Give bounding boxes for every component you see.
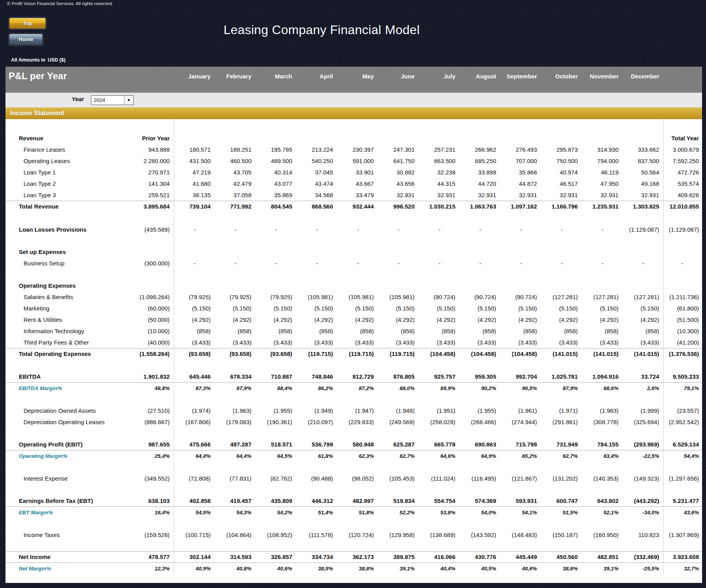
cell-month-value — [500, 212, 541, 224]
chevron-down-icon[interactable]: ▼ — [124, 96, 133, 105]
cell-month-value: (105.981) — [296, 291, 337, 303]
cell-month-value — [378, 518, 419, 529]
cell-month-value: (325.694) — [622, 416, 663, 428]
cell-total-year: 3.000.679 — [663, 144, 702, 155]
cell-month-value — [174, 235, 215, 246]
cell-month-value: (105.981) — [337, 291, 378, 303]
cell-month-value — [582, 246, 622, 258]
cell-month-value: 731.949 — [541, 439, 582, 450]
cell-month-value: (1.974) — [174, 405, 215, 416]
cell-month-value: (5.150) — [622, 303, 663, 314]
cell-month-value: (858) — [459, 325, 500, 337]
cell-month-value: 54,3% — [215, 506, 255, 518]
cell-month-value: (120.724) — [337, 529, 378, 541]
cell-month-value: (5.150) — [174, 303, 215, 314]
cell-month-value: 40,8% — [215, 563, 255, 574]
cell-month-value: 88,4% — [255, 382, 296, 394]
cell-total-year: Total Year — [663, 132, 702, 144]
cell-total-year: 7.592.250 — [663, 155, 702, 167]
spacer-row — [5, 359, 702, 371]
cell-month-value — [215, 119, 255, 132]
cell-month-value: (119.715) — [378, 348, 419, 359]
row-label: Operating Margin% — [5, 450, 102, 462]
table-row: Depreciation Operating Leases(886.667)(1… — [5, 416, 702, 428]
amounts-label: All Amounts in — [11, 57, 45, 63]
amounts-note: All Amounts inUSD ($) — [11, 57, 68, 63]
cell-month-value — [622, 428, 663, 439]
sheet-title: P&L per Year — [5, 67, 174, 82]
cell-month-value: 64,4% — [174, 450, 215, 462]
cell-month-value — [378, 394, 419, 405]
cell-month-value: - — [255, 258, 296, 269]
cell-total-year: 5.231.477 — [663, 495, 702, 506]
spacer-row — [5, 541, 702, 551]
cell-month-value: 925.757 — [419, 371, 459, 382]
cell-prior-year — [102, 394, 174, 405]
cell-month-value: - — [541, 224, 582, 235]
cell-month-value: 44.872 — [500, 178, 541, 189]
row-label: Loan Losses Provisions — [5, 224, 102, 235]
cell-month-value — [215, 269, 255, 280]
cell-month-value: 247.301 — [378, 144, 419, 155]
cell-month-value — [255, 280, 296, 291]
cell-month-value — [500, 119, 541, 132]
cell-month-value: (190.361) — [255, 416, 296, 428]
cell-month-value: - — [582, 258, 622, 269]
month-header: December — [622, 67, 663, 82]
cell-month-value — [582, 394, 622, 405]
cell-month-value — [337, 132, 378, 144]
cell-month-value: 645.446 — [174, 371, 215, 382]
cell-month-value — [215, 359, 255, 371]
cell-total-year — [663, 541, 702, 551]
cell-month-value: 431.500 — [174, 155, 215, 167]
cell-month-value — [500, 428, 541, 439]
cell-month-value: 32.238 — [419, 167, 459, 178]
cell-month-value: 794.000 — [582, 155, 622, 167]
cell-month-value — [255, 428, 296, 439]
cell-month-value: 678.334 — [215, 371, 255, 382]
cell-month-value — [296, 428, 337, 439]
row-label: Earnings Before Tax (EBT) — [5, 495, 102, 506]
cell-month-value: (5.150) — [255, 303, 296, 314]
cell-month-value: 32.931 — [500, 189, 541, 201]
cell-month-value — [582, 428, 622, 439]
cell-month-value — [296, 484, 337, 495]
cell-month-value: - — [622, 258, 663, 269]
cell-month-value — [296, 280, 337, 291]
cell-month-value: 600.747 — [541, 495, 582, 506]
row-label: Business Setup — [5, 258, 102, 269]
row-label: Net Margin% — [5, 563, 102, 574]
row-label — [5, 269, 102, 280]
cell-prior-year — [102, 280, 174, 291]
cell-month-value: (1.951) — [419, 405, 459, 416]
cell-month-value — [622, 541, 663, 551]
cell-month-value — [215, 212, 255, 224]
spacer-row — [5, 212, 702, 224]
cell-month-value: 32.931 — [378, 189, 419, 201]
cell-month-value — [459, 119, 500, 132]
cell-month-value — [500, 280, 541, 291]
cell-month-value — [215, 518, 255, 529]
cell-month-value: 43.667 — [337, 178, 378, 189]
cell-total-year: (10.300) — [663, 325, 702, 337]
cell-total-year: 54,4% — [663, 450, 702, 462]
year-dropdown[interactable]: 2024 ▼ — [91, 95, 134, 105]
cell-month-value: 64,4% — [215, 450, 255, 462]
column-header-bar: P&L per Year JanuaryFebruaryMarchAprilMa… — [5, 67, 702, 92]
cell-month-value: 32.931 — [541, 189, 582, 201]
cell-prior-year — [102, 359, 174, 371]
year-selector-row: Year 2024 ▼ — [5, 92, 702, 107]
cell-month-value — [419, 212, 459, 224]
cell-month-value — [622, 484, 663, 495]
cell-month-value — [296, 518, 337, 529]
cell-month-value — [500, 462, 541, 473]
cell-month-value: (5.150) — [582, 303, 622, 314]
cell-month-value — [419, 269, 459, 280]
spacer-row — [5, 518, 702, 529]
cell-month-value: 43.077 — [255, 178, 296, 189]
cell-month-value: 33.724 — [622, 371, 663, 382]
cell-month-value — [541, 541, 582, 551]
cell-month-value: 40,4% — [419, 563, 459, 574]
cell-month-value: 32.931 — [419, 189, 459, 201]
cell-prior-year — [102, 269, 174, 280]
